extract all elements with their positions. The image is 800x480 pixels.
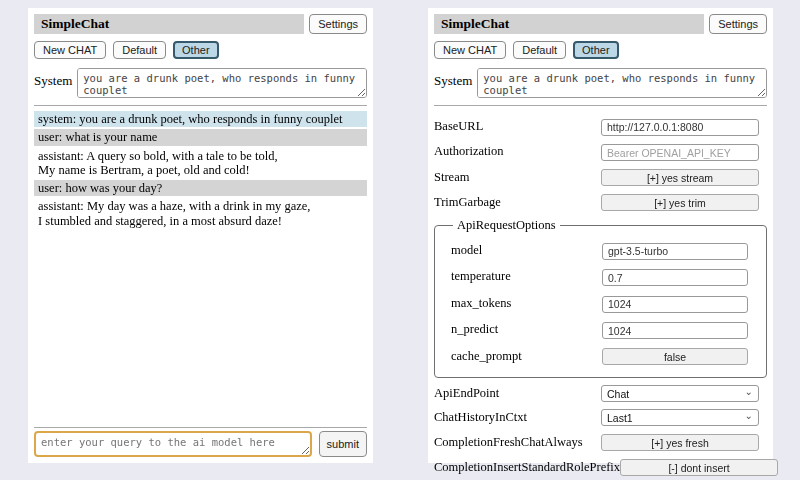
divider xyxy=(434,105,767,106)
cache-prompt-toggle-button[interactable]: false xyxy=(602,348,748,365)
query-section: submit xyxy=(34,420,367,457)
system-prompt-input[interactable]: you are a drunk poet, who responds in fu… xyxy=(77,68,367,98)
model-label: model xyxy=(451,243,482,258)
baseurl-input[interactable] xyxy=(601,119,759,136)
chat-history-select[interactable]: Last1 ⌄ xyxy=(601,409,759,426)
setting-row-api-endpoint: ApiEndPoint Chat ⌄ xyxy=(434,385,767,402)
authorization-label: Authorization xyxy=(434,144,503,159)
setting-row-completion-prefix: CompletionInsertStandardRolePrefix [-] d… xyxy=(434,458,767,476)
chat-message-assistant: assistant: My day was a haze, with a dri… xyxy=(34,198,367,229)
api-request-options-legend: ApiRequestOptions xyxy=(453,218,560,233)
session-tab-other[interactable]: Other xyxy=(173,41,219,59)
setting-row-trimgarbage: TrimGarbage [+] yes trim xyxy=(434,193,767,211)
chat-message-user: user: how was your day? xyxy=(34,180,367,196)
model-input[interactable] xyxy=(602,243,748,260)
completion-prefix-toggle-button[interactable]: [-] dont insert xyxy=(620,459,778,476)
n-predict-input[interactable] xyxy=(602,322,748,339)
app-title: SimpleChat xyxy=(441,16,509,32)
setting-row-max-tokens: max_tokens xyxy=(451,294,748,313)
completion-fresh-label: CompletionFreshChatAlways xyxy=(434,435,583,450)
title-bar: SimpleChat xyxy=(34,14,304,34)
title-bar-row: SimpleChat Settings xyxy=(434,14,767,34)
chat-history-label: ChatHistoryInCtxt xyxy=(434,410,527,425)
stream-toggle-button[interactable]: [+] yes stream xyxy=(601,169,759,186)
stream-label: Stream xyxy=(434,170,469,185)
settings-panel: SimpleChat Settings New CHAT Default Oth… xyxy=(428,8,773,463)
setting-row-stream: Stream [+] yes stream xyxy=(434,168,767,186)
session-tab-default[interactable]: Default xyxy=(113,41,166,59)
chat-panel: SimpleChat Settings New CHAT Default Oth… xyxy=(28,8,373,463)
setting-row-model: model xyxy=(451,241,748,260)
title-bar-row: SimpleChat Settings xyxy=(34,14,367,34)
settings-button[interactable]: Settings xyxy=(709,14,767,34)
divider xyxy=(34,105,367,106)
authorization-input[interactable] xyxy=(601,144,759,161)
settings-button[interactable]: Settings xyxy=(309,14,367,34)
chat-messages-list: system: you are a drunk poet, who respon… xyxy=(34,111,367,420)
chevron-down-icon: ⌄ xyxy=(745,387,753,397)
session-tab-other[interactable]: Other xyxy=(573,41,619,59)
chat-message-user: user: what is your name xyxy=(34,129,367,145)
api-request-options-fieldset: ApiRequestOptions model temperature max_… xyxy=(434,218,767,378)
system-prompt-row: System you are a drunk poet, who respond… xyxy=(34,68,367,98)
setting-row-temperature: temperature xyxy=(451,268,748,287)
system-prompt-label: System xyxy=(34,68,72,89)
cache-prompt-label: cache_prompt xyxy=(451,349,522,364)
new-chat-button[interactable]: New CHAT xyxy=(34,41,106,59)
chat-history-selected-value: Last1 xyxy=(607,412,633,424)
temperature-input[interactable] xyxy=(602,269,748,286)
trimgarbage-toggle-button[interactable]: [+] yes trim xyxy=(601,194,759,211)
query-input[interactable] xyxy=(34,431,312,457)
completion-fresh-toggle-button[interactable]: [+] yes fresh xyxy=(601,434,759,451)
temperature-label: temperature xyxy=(451,269,511,284)
chevron-down-icon: ⌄ xyxy=(745,411,753,421)
chat-message-system: system: you are a drunk poet, who respon… xyxy=(34,111,367,127)
max-tokens-label: max_tokens xyxy=(451,296,511,311)
trimgarbage-label: TrimGarbage xyxy=(434,195,501,210)
setting-row-n-predict: n_predict xyxy=(451,321,748,340)
baseurl-label: BaseURL xyxy=(434,119,483,134)
setting-row-authorization: Authorization xyxy=(434,143,767,162)
submit-button[interactable]: submit xyxy=(319,431,367,457)
max-tokens-input[interactable] xyxy=(602,296,748,313)
completion-prefix-label: CompletionInsertStandardRolePrefix xyxy=(434,460,620,475)
session-buttons-row: New CHAT Default Other xyxy=(434,41,767,59)
title-bar: SimpleChat xyxy=(434,14,704,34)
setting-row-completion-fresh: CompletionFreshChatAlways [+] yes fresh xyxy=(434,433,767,451)
system-prompt-row: System you are a drunk poet, who respond… xyxy=(434,68,767,98)
chat-message-assistant: assistant: A query so bold, with a tale … xyxy=(34,148,367,179)
api-endpoint-label: ApiEndPoint xyxy=(434,386,499,401)
app-title: SimpleChat xyxy=(41,16,109,32)
divider xyxy=(34,427,367,428)
api-endpoint-select[interactable]: Chat ⌄ xyxy=(601,385,759,402)
settings-list: BaseURL Authorization Stream [+] yes str… xyxy=(434,110,767,480)
setting-row-cache-prompt: cache_prompt false xyxy=(451,347,748,365)
query-row: submit xyxy=(34,431,367,457)
setting-row-chat-history: ChatHistoryInCtxt Last1 ⌄ xyxy=(434,409,767,426)
api-endpoint-selected-value: Chat xyxy=(607,388,629,400)
session-tab-default[interactable]: Default xyxy=(513,41,566,59)
session-buttons-row: New CHAT Default Other xyxy=(34,41,367,59)
system-prompt-input[interactable]: you are a drunk poet, who responds in fu… xyxy=(477,68,767,98)
n-predict-label: n_predict xyxy=(451,322,498,337)
setting-row-baseurl: BaseURL xyxy=(434,117,767,136)
new-chat-button[interactable]: New CHAT xyxy=(434,41,506,59)
system-prompt-label: System xyxy=(434,68,472,89)
